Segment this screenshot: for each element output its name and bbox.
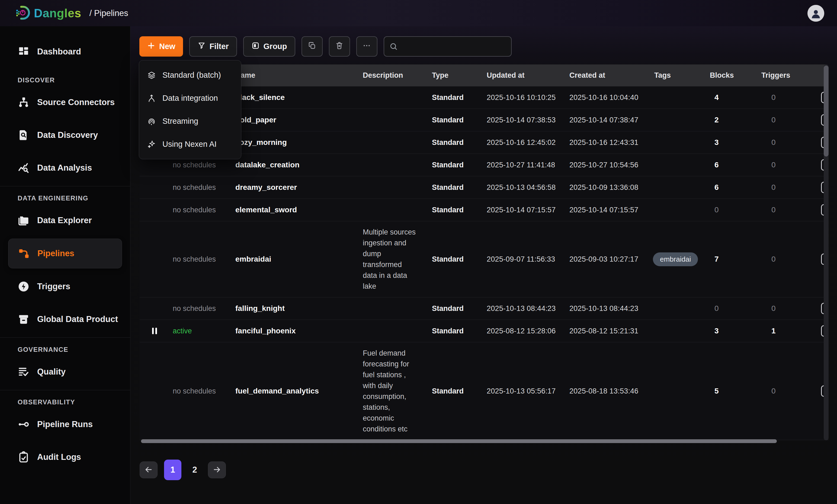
- pipeline-name[interactable]: dreamy_sorcerer: [232, 183, 361, 192]
- new-pipeline-menu: Standard (batch) Data integration Stream…: [139, 60, 241, 159]
- pipeline-name[interactable]: falling_knight: [232, 304, 361, 313]
- column-header-name[interactable]: Name: [232, 71, 361, 80]
- sidebar-item-label: Triggers: [37, 282, 70, 292]
- menu-item-data-integration[interactable]: Data integration: [139, 87, 241, 110]
- pipeline-name[interactable]: cozy_morning: [232, 138, 361, 147]
- table-row[interactable]: no schedules dreamy_sorcerer Standard 20…: [140, 176, 829, 199]
- sidebar-item-pipelines[interactable]: Pipelines: [8, 239, 122, 268]
- pipeline-type: Standard: [428, 161, 485, 169]
- pipeline-type: Standard: [428, 206, 485, 214]
- pipeline-runs-icon: [18, 418, 30, 430]
- search-input[interactable]: [384, 36, 512, 57]
- table-row[interactable]: no schedules datalake_creation Standard …: [140, 154, 829, 176]
- horizontal-scrollbar-thumb[interactable]: [141, 439, 777, 443]
- blocks-count: 6: [714, 183, 719, 192]
- sidebar-divider: [0, 337, 130, 338]
- streaming-icon: [147, 117, 156, 126]
- quality-icon: [18, 366, 30, 378]
- delete-button[interactable]: [329, 36, 350, 57]
- sidebar-section-label: DATA ENGINEERING: [0, 188, 130, 206]
- vertical-scrollbar[interactable]: [824, 64, 829, 440]
- user-avatar[interactable]: [807, 5, 824, 22]
- table-row[interactable]: active fanciful_phoenix Standard 2025-08…: [140, 320, 829, 342]
- search-box: [384, 36, 512, 57]
- sidebar-item-source-connectors[interactable]: Source Connectors: [8, 88, 122, 117]
- column-header-type[interactable]: Type: [428, 71, 485, 80]
- prev-page-button[interactable]: [140, 462, 158, 478]
- sidebar: DashboardDISCOVER Source Connectors Data…: [0, 26, 130, 504]
- sidebar-item-global-data-product[interactable]: Global Data Product: [8, 305, 122, 334]
- sidebar-item-data-explorer[interactable]: Data Explorer: [8, 206, 122, 235]
- sidebar-item-data-discovery[interactable]: Data Discovery: [8, 120, 122, 150]
- pipeline-name[interactable]: fuel_demand_analytics: [232, 387, 361, 395]
- delete-icon: [335, 41, 343, 52]
- updated-at: 2025-08-12 15:28:06: [485, 327, 568, 335]
- table-row[interactable]: no schedules falling_knight Standard 202…: [140, 297, 829, 320]
- group-button-label: Group: [264, 42, 287, 51]
- table-row[interactable]: no schedules elemental_sword Standard 20…: [140, 199, 829, 221]
- pause-icon[interactable]: [150, 326, 159, 336]
- pipeline-name[interactable]: black_silence: [232, 93, 361, 102]
- column-header-created-at[interactable]: Created at: [568, 71, 651, 80]
- triggers-count: 0: [771, 138, 776, 147]
- page-button-1[interactable]: 1: [164, 460, 181, 480]
- group-button[interactable]: Group: [243, 36, 295, 57]
- menu-item-label: Standard (batch): [162, 71, 221, 80]
- filter-icon: [197, 41, 206, 52]
- table-row[interactable]: no schedules bold_paper Standard 2025-10…: [140, 109, 829, 131]
- more-button[interactable]: [356, 36, 377, 57]
- next-page-button[interactable]: [208, 462, 226, 478]
- more-icon: [362, 41, 371, 52]
- table-row[interactable]: no schedules embraidai Multiple sources …: [140, 221, 829, 297]
- column-header-description[interactable]: Description: [361, 71, 428, 80]
- pipeline-type: Standard: [428, 387, 485, 395]
- vertical-scrollbar-thumb[interactable]: [824, 66, 829, 156]
- created-at: 2025-10-09 13:36:08: [568, 183, 651, 192]
- sidebar-item-data-analysis[interactable]: Data Analysis: [8, 153, 122, 183]
- schedule-status: no schedules: [173, 206, 216, 214]
- sidebar-item-quality[interactable]: Quality: [8, 357, 122, 387]
- brand[interactable]: Dangles: [15, 5, 81, 22]
- pipeline-name[interactable]: elemental_sword: [232, 206, 361, 214]
- pipeline-name[interactable]: embraidai: [232, 255, 361, 263]
- blocks-count: 0: [714, 206, 719, 214]
- pipeline-name[interactable]: fanciful_phoenix: [232, 326, 361, 335]
- table-row[interactable]: no schedules fuel_demand_analytics Fuel …: [140, 342, 829, 440]
- column-header-triggers[interactable]: Triggers: [743, 71, 800, 80]
- menu-item-using-nexen-ai[interactable]: Using Nexen AI: [139, 133, 241, 156]
- triggers-icon: [18, 281, 30, 293]
- pipeline-name[interactable]: datalake_creation: [232, 161, 361, 169]
- sidebar-item-label: Dashboard: [37, 47, 81, 57]
- sidebar-item-pipeline-runs[interactable]: Pipeline Runs: [8, 410, 122, 439]
- audit-logs-icon: [18, 451, 30, 463]
- pipeline-description: [361, 133, 428, 152]
- pipeline-name[interactable]: bold_paper: [232, 116, 361, 124]
- updated-at: 2025-09-07 11:56:33: [485, 255, 568, 263]
- column-header-tags[interactable]: Tags: [651, 71, 705, 80]
- column-header-blocks[interactable]: Blocks: [705, 71, 743, 80]
- created-at: 2025-10-13 08:44:23: [568, 304, 651, 313]
- sidebar-divider: [0, 390, 130, 390]
- sidebar-item-audit-logs[interactable]: Audit Logs: [8, 443, 122, 472]
- sidebar-item-label: Quality: [37, 367, 66, 377]
- table-row[interactable]: no schedules black_silence Standard 2025…: [140, 87, 829, 109]
- pipeline-type: Standard: [428, 138, 485, 147]
- menu-item-streaming[interactable]: Streaming: [139, 110, 241, 133]
- created-at: 2025-10-27 10:54:56: [568, 161, 651, 169]
- table-row[interactable]: no schedules cozy_morning Standard 2025-…: [140, 131, 829, 154]
- menu-item-standard-batch-[interactable]: Standard (batch): [139, 64, 241, 87]
- created-at: 2025-09-03 10:27:17: [568, 255, 651, 263]
- data-explorer-icon: [18, 214, 30, 226]
- column-header-updated-at[interactable]: Updated at: [485, 71, 568, 80]
- filter-button[interactable]: Filter: [189, 36, 237, 57]
- arrow-right-icon: [212, 465, 221, 475]
- menu-item-label: Using Nexen AI: [162, 140, 217, 149]
- page-button-2[interactable]: 2: [188, 462, 201, 478]
- copy-button[interactable]: [302, 36, 323, 57]
- sidebar-item-triggers[interactable]: Triggers: [8, 272, 122, 301]
- new-button[interactable]: New: [139, 36, 183, 57]
- triggers-count: 0: [771, 255, 776, 263]
- sidebar-item-dashboard[interactable]: Dashboard: [8, 37, 122, 66]
- pipeline-description: [361, 178, 428, 197]
- search-icon: [389, 42, 398, 51]
